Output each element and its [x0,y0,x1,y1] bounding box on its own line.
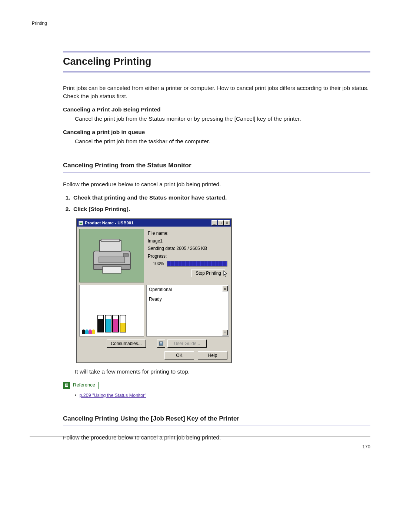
h1-rule-bottom [63,71,370,73]
reference-link[interactable]: p.209 "Using the Status Monitor" [79,393,146,398]
minimize-button[interactable]: _ [211,220,217,225]
page: Printing Canceling Printing Print jobs c… [0,0,400,465]
svg-rect-11 [160,344,162,344]
user-guide-button[interactable]: User Guide... [167,339,207,348]
ink-cartridge-yellow [120,315,126,332]
dialog-titlebar: Product Name - USB001 _ □ × [77,219,231,227]
ink-mini-icon [82,329,95,334]
close-button[interactable]: × [224,220,230,225]
scroll-up-button[interactable]: ▲ [222,286,228,291]
after-dialog-note: It will take a few moments for printing … [75,368,370,376]
svg-rect-8 [99,257,125,263]
running-head: Printing [32,20,370,27]
help-button[interactable]: Help [198,351,227,359]
svg-rect-6 [123,253,129,257]
page-title: Canceling Printing [63,54,370,69]
dialog-title: Product Name - USB001 [85,220,211,226]
intro-paragraph: Print jobs can be canceled from either a… [63,84,370,101]
step-1: Check that printing and the Status monit… [72,194,370,202]
steps-list: Check that printing and the Status monit… [72,194,370,213]
ink-cartridge-cyan [105,315,111,332]
progress-bar [167,261,227,267]
consumables-button[interactable]: Consumables... [107,339,146,348]
status-monitor-dialog: Product Name - USB001 _ □ × [76,218,232,363]
subheading-queue: Canceling a print job in queue [63,128,370,136]
ink-cartridge-black [97,315,104,332]
reference-label: Reference [70,382,98,389]
reference-icon [63,382,70,389]
ink-levels-pane [79,285,144,337]
sending-data: Sending data: 2605 / 2605 KB [148,245,227,252]
h2a-lead: Follow the procedure below to cancel a p… [63,180,370,188]
h2a-rule [63,172,370,173]
section-status-monitor: Canceling Printing from the Status Monit… [63,161,370,170]
cursor-icon [223,270,229,279]
subheading-printed: Canceling a Print Job Being Printed [63,106,370,114]
step-2: Click [Stop Printing]. [72,205,370,213]
status-ready: Ready [149,296,222,302]
reference-tag: Reference [63,382,99,389]
maximize-button[interactable]: □ [218,220,224,225]
progress-value: 100% [148,261,164,267]
svg-rect-4 [100,241,121,252]
status-operational: Operational [149,287,222,293]
divider-bottom [30,436,370,436]
file-name-label: File name: [148,230,227,237]
status-box: Operational Ready ▲ ▼ [146,285,229,337]
config-icon-button[interactable] [157,339,165,348]
subbody-queue: Cancel the print job from the taskbar of… [75,137,370,145]
info-pane: File name: Image1 Sending data: 2605 / 2… [146,229,229,282]
scroll-down-button[interactable]: ▼ [222,330,228,335]
h2b-lead: Follow the procedure below to cancel a p… [63,434,370,442]
h2b-rule [63,425,370,426]
progress-label: Progress: [148,253,227,260]
svg-rect-7 [103,267,121,273]
divider-top [30,29,370,29]
svg-rect-10 [160,342,162,343]
reference-list: p.209 "Using the Status Monitor" [75,392,370,399]
stop-printing-button[interactable]: Stop Printing [191,269,225,277]
page-number: 170 [362,444,370,451]
h1-rule-top [63,51,370,53]
section-job-reset: Canceling Printing Using the [Job Reset]… [63,414,370,424]
dialog-body: File name: Image1 Sending data: 2605 / 2… [77,227,231,362]
file-name-value: Image1 [148,238,227,244]
subbody-printed: Cancel the print job from the Status mon… [75,115,370,123]
ok-button[interactable]: OK [164,351,194,359]
ink-cartridge-magenta [112,315,119,332]
svg-rect-5 [101,239,120,241]
svg-rect-1 [80,222,82,223]
printer-illustration [79,229,144,282]
app-icon [79,221,83,225]
content: Canceling Printing Print jobs can be can… [63,51,370,442]
